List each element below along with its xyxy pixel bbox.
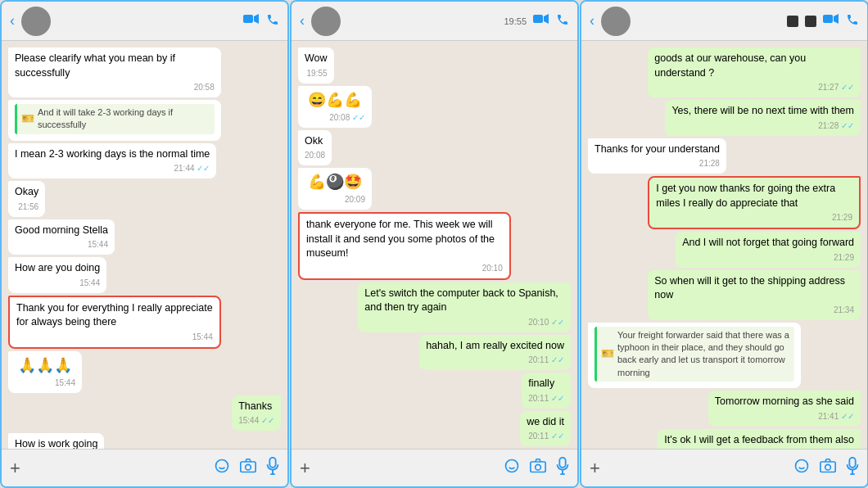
back-button[interactable]: ‹	[300, 12, 305, 29]
chat-panel-3: ‹goods at our warehouse, can you underst…	[580, 0, 868, 488]
message-text: goods at our warehouse, can you understa…	[654, 52, 806, 79]
svg-marker-21	[834, 14, 839, 24]
message-row: Please clearify what you mean by if succ…	[8, 47, 281, 97]
message-timestamp: 20:08	[305, 150, 325, 161]
message-timestamp: 15:44	[15, 239, 108, 251]
message-timestamp: 20:10 ✓✓	[364, 317, 564, 328]
message-timestamp: 20:58	[15, 82, 215, 93]
sticker-button[interactable]	[214, 458, 230, 478]
svg-marker-11	[544, 14, 549, 24]
read-receipts: ✓✓	[551, 318, 564, 327]
sticker-button[interactable]	[504, 458, 520, 478]
message-timestamp: 20:09	[305, 194, 365, 206]
message-text: Yes, there will be no next time with the…	[671, 105, 854, 116]
camera-button[interactable]	[530, 459, 546, 477]
svg-rect-20	[823, 15, 833, 23]
message-text: I get you now thanks for going the extra…	[656, 183, 835, 209]
camera-button[interactable]	[820, 459, 836, 477]
message-text: Thanks	[238, 400, 272, 412]
message-text: Please clearify what you mean by if succ…	[15, 52, 175, 79]
message-row: Okay21:56	[8, 181, 281, 217]
svg-point-16	[536, 464, 541, 470]
highlighted-bubble: Thank you for everything I really apprec…	[8, 296, 221, 349]
svg-marker-1	[254, 14, 259, 24]
back-button[interactable]: ‹	[590, 12, 594, 29]
message-text: How is work going	[15, 438, 97, 449]
add-attachment-button[interactable]: +	[300, 458, 310, 479]
chat-footer-3: +	[581, 449, 867, 486]
message-bubble: finally20:11 ✓✓	[522, 373, 571, 409]
quoted-bubble: 🎫Your freight forwarder said that there …	[588, 323, 801, 389]
message-timestamp: 20:11 ✓✓	[527, 431, 564, 442]
message-text: hahah, I am really excited now	[426, 340, 564, 351]
quote-emoji: 🎫	[601, 346, 614, 361]
read-receipts: ✓✓	[261, 416, 274, 425]
read-receipts: ✓✓	[551, 394, 564, 403]
message-bubble: Thanks15:44 ✓✓	[232, 395, 281, 432]
message-timestamp: 21:28	[594, 158, 720, 169]
read-receipts: ✓✓	[841, 83, 854, 92]
video-call-icon[interactable]	[823, 14, 839, 29]
quote-text: Your freight forwarder said that there w…	[617, 329, 790, 380]
message-bubble: goods at our warehouse, can you understa…	[648, 47, 861, 97]
message-text: How are you doing	[15, 262, 100, 273]
message-timestamp: 15:44	[15, 377, 75, 389]
message-timestamp: 20:11 ✓✓	[426, 355, 564, 366]
read-receipts: ✓✓	[197, 164, 210, 173]
message-text: we did it	[527, 416, 564, 427]
message-timestamp: 21:29	[682, 252, 854, 264]
message-bubble: Thanks for your understand21:28	[588, 138, 726, 174]
message-bubble: How are you doing15:44	[8, 257, 106, 293]
message-row: thank everyone for me. This week we will…	[298, 212, 571, 280]
read-receipts: ✓✓	[841, 121, 854, 130]
message-bubble: Tomorrow morning as she said21:41 ✓✓	[708, 391, 861, 427]
avatar	[601, 7, 631, 36]
message-bubble: I mean 2-3 working days is the normal ti…	[8, 143, 216, 179]
message-timestamp: 20:10	[306, 263, 503, 274]
phone-call-icon[interactable]	[846, 13, 859, 29]
sticker-button[interactable]	[793, 458, 810, 478]
message-timestamp: 21:29	[656, 212, 852, 224]
video-call-icon[interactable]	[533, 14, 549, 29]
message-text: Wow	[305, 52, 328, 64]
add-attachment-button[interactable]: +	[10, 458, 20, 479]
read-receipts: ✓✓	[551, 355, 564, 364]
message-text: And I will not forget that going forward	[682, 237, 854, 248]
message-timestamp: 20:08 ✓✓	[305, 112, 365, 124]
message-text: Tomorrow morning as she said	[715, 395, 854, 407]
chat-header-3: ‹	[581, 2, 867, 41]
chat-footer-2: +	[292, 449, 577, 486]
message-text: Good morning Stella	[15, 224, 108, 236]
message-row: Wow19:55	[298, 47, 571, 84]
message-row: Thanks15:44 ✓✓	[8, 395, 281, 432]
message-text: Thanks for your understand	[594, 143, 720, 155]
svg-rect-10	[533, 15, 543, 23]
quote-block: 🎫Your freight forwarder said that there …	[594, 327, 794, 382]
back-button[interactable]: ‹	[10, 12, 15, 29]
microphone-button[interactable]	[846, 457, 859, 479]
message-bubble: Okk20:08	[298, 130, 332, 166]
phone-call-icon[interactable]	[556, 13, 569, 29]
quote-block: 🎫And it will take 2-3 working days if su…	[15, 104, 215, 134]
message-text: I mean 2-3 working days is the normal ti…	[15, 148, 210, 160]
emoji-content: 💪🎱🤩	[305, 172, 365, 192]
add-attachment-button[interactable]: +	[590, 458, 600, 479]
message-bubble: Yes, there will be no next time with the…	[665, 100, 861, 136]
microphone-button[interactable]	[266, 457, 279, 479]
message-text: Okay	[15, 186, 38, 197]
camera-button[interactable]	[240, 459, 256, 477]
message-timestamp: 15:44	[16, 332, 213, 343]
message-bubble: It's ok I will get a feedback from them …	[658, 429, 861, 449]
message-row: I get you now thanks for going the extra…	[588, 176, 861, 229]
emoji-content: 🙏🙏🙏	[15, 355, 75, 375]
video-call-icon[interactable]	[243, 14, 260, 29]
message-row: Good morning Stella15:44	[8, 219, 281, 255]
svg-rect-0	[243, 15, 253, 23]
svg-point-12	[506, 460, 518, 472]
phone-call-icon[interactable]	[266, 13, 279, 29]
microphone-button[interactable]	[556, 457, 569, 479]
message-bubble: Good morning Stella15:44	[8, 219, 115, 255]
chat-body-1: Please clearify what you mean by if succ…	[2, 41, 287, 449]
message-bubble: hahah, I am really excited now20:11 ✓✓	[419, 335, 571, 371]
message-row: hahah, I am really excited now20:11 ✓✓	[298, 335, 571, 371]
